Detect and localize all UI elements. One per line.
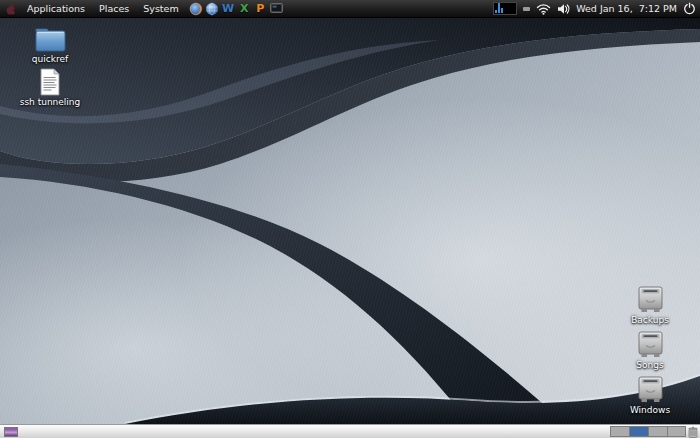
monitor-bar xyxy=(498,3,500,13)
show-desktop-icon xyxy=(4,427,18,437)
power-icon[interactable] xyxy=(683,2,696,15)
wallpaper xyxy=(0,18,700,424)
menu-applications-label: Applications xyxy=(27,3,85,14)
powerpoint-launcher[interactable]: P xyxy=(253,1,268,17)
trash-icon xyxy=(688,426,698,438)
powerpoint-icon: P xyxy=(256,3,264,14)
menu-places[interactable]: Places xyxy=(92,0,136,17)
desktop-icon-songs[interactable]: Songs xyxy=(614,331,686,370)
hard-drive-icon xyxy=(636,286,665,314)
desktop-area[interactable]: quickref ssh tunneling xyxy=(0,18,700,424)
word-icon: W xyxy=(222,3,234,14)
globe-icon xyxy=(205,2,219,16)
workspace-3[interactable] xyxy=(648,426,667,437)
trash-button[interactable] xyxy=(687,426,699,438)
desktop-icon-label: quickref xyxy=(14,54,86,64)
desktop-icon-label: Backups xyxy=(614,315,686,325)
show-desktop-button[interactable] xyxy=(2,426,20,438)
menu-places-label: Places xyxy=(99,3,129,14)
web-browser-launcher[interactable] xyxy=(205,1,220,17)
workspace-1[interactable] xyxy=(610,426,629,437)
clock[interactable]: Wed Jan 16, 7:12 PM xyxy=(576,3,677,14)
firefox-icon xyxy=(189,2,203,16)
monitor-bar xyxy=(501,8,503,13)
folder-icon xyxy=(34,26,67,53)
volume-icon[interactable] xyxy=(557,3,570,15)
workspace-4[interactable] xyxy=(667,426,686,437)
firefox-launcher[interactable] xyxy=(189,1,204,17)
desktop-icon-quickref[interactable]: quickref xyxy=(14,26,86,64)
word-launcher[interactable]: W xyxy=(221,1,236,17)
system-tray: Wed Jan 16, 7:12 PM xyxy=(493,2,700,15)
desktop-screen: Applications Places System xyxy=(0,0,700,438)
text-file-icon xyxy=(39,68,61,96)
workspace-switcher xyxy=(610,426,686,437)
tray-indicator-icon[interactable] xyxy=(523,7,530,11)
excel-icon: X xyxy=(240,3,248,14)
launcher-bar: W X P xyxy=(189,1,284,17)
bottom-panel xyxy=(0,424,700,438)
system-monitor-applet[interactable] xyxy=(493,2,517,15)
workspace-2[interactable] xyxy=(629,426,648,437)
monitor-bar xyxy=(495,10,497,13)
menu-system[interactable]: System xyxy=(136,0,185,17)
screenshot-launcher[interactable] xyxy=(269,1,284,17)
main-menu-button[interactable] xyxy=(0,0,20,17)
desktop-icon-windows[interactable]: Windows xyxy=(614,376,686,415)
desktop-icon-backups[interactable]: Backups xyxy=(614,286,686,325)
top-panel: Applications Places System xyxy=(0,0,700,18)
excel-launcher[interactable]: X xyxy=(237,1,252,17)
screen-icon xyxy=(270,3,283,14)
desktop-icon-label: Songs xyxy=(614,360,686,370)
menu-system-label: System xyxy=(143,3,178,14)
desktop-icon-label: Windows xyxy=(614,405,686,415)
wifi-icon[interactable] xyxy=(536,3,551,15)
apple-icon xyxy=(5,2,16,15)
hard-drive-icon xyxy=(636,376,665,404)
desktop-icon-ssh-tunneling[interactable]: ssh tunneling xyxy=(14,68,86,107)
hard-drive-icon xyxy=(636,331,665,359)
desktop-icon-label: ssh tunneling xyxy=(14,97,86,107)
menu-applications[interactable]: Applications xyxy=(20,0,92,17)
